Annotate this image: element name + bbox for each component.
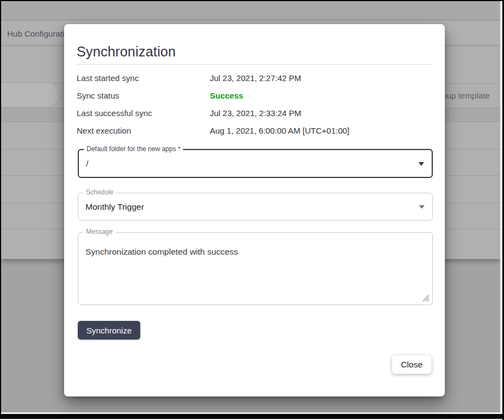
info-row-next-execution: Next execution Aug 1, 2021, 6:00:00 AM […	[77, 122, 432, 139]
info-label: Next execution	[77, 126, 210, 135]
synchronize-button[interactable]: Synchronize	[78, 321, 140, 340]
synchronization-dialog: Synchronization Last started sync Jul 23…	[64, 24, 445, 396]
info-value: Jul 23, 2021, 2:33:24 PM	[210, 108, 301, 118]
background-top-bar	[1, 1, 500, 20]
message-textarea[interactable]: Synchronization completed with success	[78, 233, 432, 304]
schedule-label: Schedule	[83, 188, 116, 196]
info-value: Aug 1, 2021, 6:00:00 AM [UTC+01:00]	[210, 126, 350, 135]
info-label: Last successful sync	[77, 108, 210, 118]
message-label: Message	[83, 228, 116, 235]
title-divider	[77, 64, 432, 65]
schedule-value: Monthly Trigger	[78, 202, 144, 212]
default-folder-value: /	[79, 159, 88, 168]
chevron-down-icon	[419, 205, 425, 209]
message-field-wrapper: Message Synchronization completed with s…	[78, 232, 433, 305]
info-row-last-started: Last started sync Jul 23, 2021, 2:27:42 …	[77, 69, 432, 87]
tab-hub-configuration: Hub Configuration	[7, 29, 73, 38]
info-label: Sync status	[77, 91, 210, 100]
info-value: Jul 23, 2021, 2:27:42 PM	[210, 73, 301, 83]
background-pill-button	[0, 82, 59, 107]
chevron-down-icon	[419, 162, 424, 166]
info-row-sync-status: Sync status Success	[77, 87, 432, 104]
status-badge: Success	[210, 91, 243, 100]
page-footer-bar	[0, 414, 504, 419]
window-border	[0, 0, 1, 414]
window-border	[0, 0, 504, 1]
schedule-select[interactable]: Schedule Monthly Trigger	[78, 193, 433, 221]
dialog-title: Synchronization	[77, 44, 176, 60]
close-button[interactable]: Close	[392, 355, 432, 374]
default-folder-select[interactable]: Default folder for the new apps * /	[78, 149, 433, 178]
resize-handle-icon[interactable]	[422, 294, 429, 302]
default-folder-label: Default folder for the new apps *	[84, 145, 183, 153]
info-label: Last started sync	[77, 73, 210, 83]
sync-info-list: Last started sync Jul 23, 2021, 2:27:42 …	[77, 69, 432, 139]
app-window: Hub Configuration Mashup template Synchr…	[0, 0, 504, 420]
info-row-last-successful: Last successful sync Jul 23, 2021, 2:33:…	[77, 104, 432, 122]
